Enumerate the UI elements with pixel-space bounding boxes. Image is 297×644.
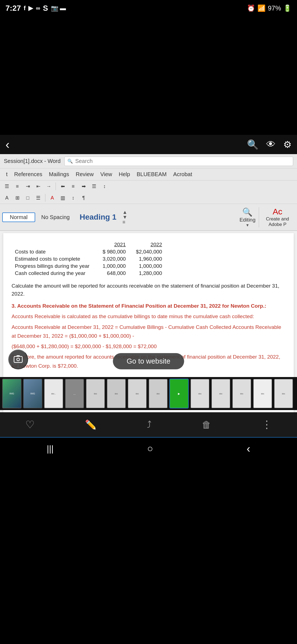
list2-icon[interactable]: ☰ [34, 193, 43, 203]
styles-scroll-btns: ▲ ▼ ≡ [122, 210, 127, 225]
screenshot-button[interactable] [8, 350, 28, 369]
menu-item-references[interactable]: References [11, 168, 46, 181]
style-heading1[interactable]: Heading 1 [76, 212, 120, 223]
align-center-icon[interactable]: ≡ [68, 182, 78, 191]
shading-icon[interactable]: ▥ [58, 193, 67, 203]
android-back-icon: ‹ [247, 443, 250, 455]
share-button[interactable]: ⤴ [147, 419, 152, 430]
sort-icon[interactable]: ↕ [68, 193, 78, 203]
table-row: Costs to date $ 980,000 $2,040,000 [12, 249, 165, 255]
editing-dropdown-arrow[interactable]: ▼ [246, 223, 249, 227]
align-right-icon[interactable]: ➡ [79, 182, 88, 191]
menu-item-acrobat[interactable]: Acrobat [170, 168, 196, 181]
menu-item-t[interactable]: t [3, 168, 11, 181]
heart-button[interactable]: ♡ [25, 419, 35, 431]
delete-button[interactable]: 🗑 [202, 419, 211, 430]
font-color-icon[interactable]: A [48, 193, 57, 203]
indent-icon[interactable]: ⇥ [23, 182, 32, 191]
row-3-label: Progress billings during the year [12, 263, 92, 269]
eye-icon[interactable]: 👁 [266, 139, 276, 150]
word-toolbar: ☰ ≡ ⇥ ⇤ → ⬅ ≡ ➡ ☰ ↕ A ⊞ □ ☰ A ▥ ↕ ¶ [0, 181, 297, 204]
word-search-box[interactable]: 🔍 [64, 157, 293, 166]
android-nav: ||| ○ ‹ [0, 438, 297, 460]
top-nav-right: 🔍 👁 ⚙ [247, 139, 292, 150]
question-text: Calculate the amount will be reported fo… [12, 282, 285, 298]
thumbnail-4[interactable]: ... [65, 379, 84, 408]
numbered-list-icon[interactable]: ≡ [13, 182, 22, 191]
android-menu-icon: ||| [47, 444, 54, 454]
toolbar-row-2: A ⊞ □ ☰ A ▥ ↕ ¶ [0, 192, 297, 204]
android-home-button[interactable]: ○ [147, 443, 153, 454]
table-row: Cash collected during the year 648,000 1… [12, 270, 165, 277]
back-button[interactable]: ‹ [6, 138, 10, 151]
separator-1 [56, 182, 56, 190]
row-4-label: Cash collected during the year [12, 270, 92, 277]
edit-button[interactable]: ✏️ [85, 419, 97, 430]
thumbnail-10[interactable]: doc [190, 379, 210, 408]
scroll-up-btn[interactable]: ▲ [122, 210, 127, 215]
goto-website-button[interactable]: Go to website [113, 353, 184, 369]
thumbnail-6[interactable]: doc [107, 379, 126, 408]
thumbnail-7[interactable]: doc [128, 379, 147, 408]
increase-indent-icon[interactable]: → [44, 182, 53, 191]
expand-styles-btn[interactable]: ≡ [122, 220, 127, 225]
row-1-2022: $2,040,000 [129, 249, 165, 255]
style-normal[interactable]: Normal [2, 212, 35, 222]
row-3-2021: 1,000,000 [93, 263, 128, 269]
row-4-2021: 648,000 [93, 270, 128, 277]
pilcrow-icon[interactable]: ¶ [79, 193, 88, 203]
style-no-spacing[interactable]: No Spacing [37, 213, 73, 222]
align-left-icon[interactable]: ⬅ [58, 182, 67, 191]
thumbnail-5[interactable]: doc [86, 379, 105, 408]
thumbnail-12[interactable]: doc [232, 379, 251, 408]
answer-line3: ($648,000 + $1,280,000) = $2,000,000 - $… [12, 342, 285, 351]
bottom-nav: ♡ ✏️ ⤴ 🗑 ⋮ [0, 412, 297, 437]
outdent-icon[interactable]: ⇤ [34, 182, 43, 191]
thumbnail-strip: IMG IMG doc... ... doc doc doc doc ▶ doc… [0, 377, 297, 410]
thumbnail-14[interactable]: doc [274, 379, 293, 408]
row-4-2022: 1,280,000 [129, 270, 165, 277]
menu-item-view[interactable]: View [97, 168, 116, 181]
thumbnail-8[interactable]: doc [148, 379, 168, 408]
settings-icon[interactable]: ⚙ [283, 139, 292, 150]
answer-heading: 3. Accounts Receivable on the Statement … [12, 302, 285, 310]
bullet-list-icon[interactable]: ☰ [2, 182, 12, 191]
menu-item-help[interactable]: Help [116, 168, 133, 181]
search-icon[interactable]: 🔍 [247, 139, 258, 150]
search-input[interactable] [75, 158, 290, 164]
thumbnail-1[interactable]: IMG [2, 379, 21, 408]
table-icon[interactable]: ⊞ [13, 193, 22, 203]
row-1-label: Costs to date [12, 249, 92, 255]
highlight-icon[interactable]: A [2, 193, 12, 203]
line-spacing-icon[interactable]: ↕ [100, 182, 109, 191]
thumbnail-11[interactable]: doc [211, 379, 230, 408]
thumbnail-2[interactable]: IMG [23, 379, 42, 408]
create-adobe-label[interactable]: Create and Adobe P [262, 216, 293, 227]
toolbar-row-1: ☰ ≡ ⇥ ⇤ → ⬅ ≡ ➡ ☰ ↕ [0, 181, 297, 192]
edit-icon: ✏️ [85, 419, 97, 430]
menu-item-mailings[interactable]: Mailings [46, 168, 72, 181]
border-icon[interactable]: □ [23, 193, 32, 203]
android-back-button[interactable]: ‹ [247, 443, 250, 455]
youtube-icon: ▶ [28, 5, 33, 12]
menu-item-bluebeam[interactable]: BLUEBEAM [133, 168, 170, 181]
android-menu-button[interactable]: ||| [47, 444, 54, 454]
search-icon-styles: 🔍 [242, 207, 252, 217]
more-button[interactable]: ⋮ [262, 419, 272, 431]
row-2-label: Estimated costs to complete [12, 256, 92, 262]
answer-line2: Accounts Receivable at December 31, 2022… [12, 323, 285, 341]
menu-item-review[interactable]: Review [72, 168, 97, 181]
s-icon: S [43, 4, 48, 13]
thumbnail-9[interactable]: ▶ [169, 379, 189, 408]
share-icon: ⤴ [147, 419, 152, 430]
word-titlebar: Session[1].docx - Word 🔍 [0, 154, 297, 168]
year-2022-header: 2022 [129, 241, 165, 248]
word-document-title: Session[1].docx - Word [4, 158, 61, 164]
align-justify-icon[interactable]: ☰ [89, 182, 99, 191]
scroll-down-btn[interactable]: ▼ [122, 215, 127, 220]
editing-label[interactable]: Editing [240, 217, 255, 223]
status-bar: 7:27 f ▶ ∞ S 📷 ▬ ⏰ 📶 97% 🔋 [0, 0, 297, 17]
styles-panel: Normal No Spacing Heading 1 ▲ ▼ ≡ 🔍 Edit… [0, 204, 297, 231]
thumbnail-13[interactable]: doc [253, 379, 272, 408]
thumbnail-3[interactable]: doc... [44, 379, 63, 408]
